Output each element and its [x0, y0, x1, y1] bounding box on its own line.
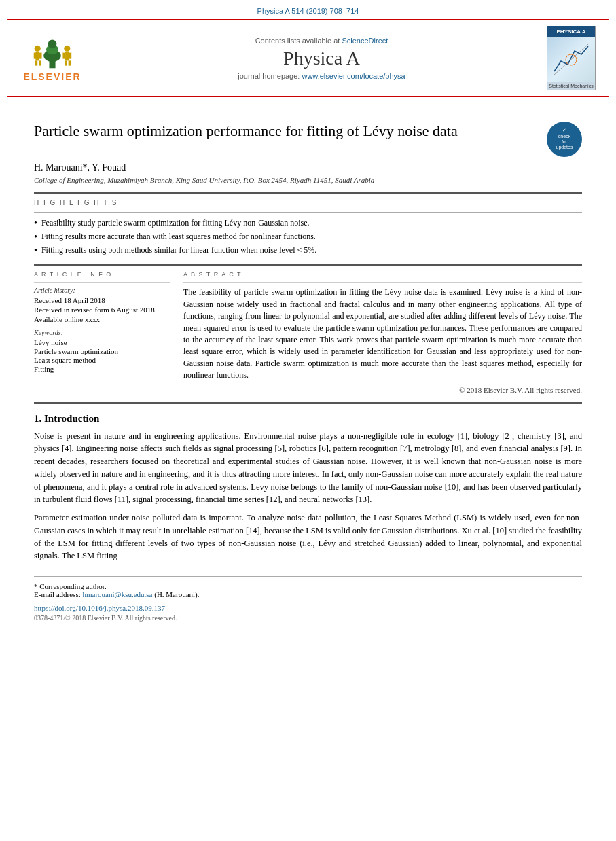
affiliation: College of Engineering, Muzahimiyah Bran… — [34, 176, 582, 184]
top-bar: Physica A 514 (2019) 708–714 — [0, 0, 616, 19]
revised-date: Received in revised form 6 August 2018 — [34, 306, 170, 314]
doi-line: https://doi.org/10.1016/j.physa.2018.09.… — [34, 604, 582, 612]
intro-paragraph-1: Noise is present in nature and in engine… — [34, 430, 582, 507]
introduction-section: 1. Introduction Noise is present in natu… — [34, 413, 582, 563]
homepage-link[interactable]: www.elsevier.com/locate/physa — [302, 72, 405, 80]
keywords-section: Keywords: Lévy noise Particle swarm opti… — [34, 329, 170, 373]
svg-point-10 — [64, 45, 70, 51]
highlight-item-3: • Fitting results using both methods sim… — [34, 245, 582, 257]
footnote-email-link[interactable]: hmarouani@ksu.edu.sa — [82, 590, 152, 598]
page-wrapper: Physica A 514 (2019) 708–714 — [0, 0, 616, 841]
svg-rect-11 — [65, 51, 69, 60]
highlights-heading: H I G H L I G H T S — [34, 199, 582, 207]
keyword-3: Least square method — [34, 356, 170, 364]
highlights-section: H I G H L I G H T S • Feasibility study … — [34, 199, 582, 256]
highlight-bullet-2: • — [34, 232, 37, 243]
check-badge-text: ✓checkforupdates — [556, 128, 573, 151]
received-date: Received 18 April 2018 — [34, 296, 170, 304]
elsevier-tree-icon — [25, 36, 79, 70]
highlight-text-2: Fitting results more accurate than with … — [41, 232, 316, 242]
svg-rect-7 — [39, 52, 42, 58]
footnote-email-label: E-mail address: — [34, 590, 81, 598]
svg-rect-8 — [35, 60, 38, 65]
keyword-2: Particle swarm optimization — [34, 347, 170, 355]
svg-line-16 — [554, 44, 588, 75]
highlight-bullet-1: • — [34, 218, 37, 230]
divider-after-affiliation — [34, 192, 582, 194]
svg-rect-6 — [34, 52, 37, 58]
elsevier-brand-text: ELSEVIER — [23, 71, 81, 82]
keywords-label: Keywords: — [34, 329, 170, 336]
divider-after-abstract — [34, 402, 582, 404]
abstract-copyright: © 2018 Elsevier B.V. All rights reserved… — [183, 386, 582, 394]
doi-link[interactable]: https://doi.org/10.1016/j.physa.2018.09.… — [34, 604, 165, 612]
highlight-item-2: • Fitting results more accurate than wit… — [34, 232, 582, 243]
journal-center: Contents lists available at ScienceDirec… — [96, 37, 547, 80]
keyword-4: Fitting — [34, 365, 170, 373]
svg-rect-9 — [39, 60, 41, 65]
article-info-heading: A R T I C L E I N F O — [34, 271, 170, 278]
svg-rect-15 — [69, 60, 71, 65]
elsevier-logo: ELSEVIER — [15, 35, 96, 82]
highlights-divider — [34, 212, 582, 213]
check-badge: ✓checkforupdates — [547, 122, 582, 157]
main-content: Particle swarm optimization performance … — [0, 97, 616, 635]
article-title: Particle swarm optimization performance … — [34, 122, 540, 141]
abstract-heading: A B S T R A C T — [183, 271, 582, 278]
journal-title-header: Physica A — [96, 48, 547, 69]
sciencedirect-link[interactable]: ScienceDirect — [342, 37, 388, 45]
journal-cover-image: PHYSICA A Statistical Mechanics — [547, 26, 596, 90]
journal-homepage: journal homepage: www.elsevier.com/locat… — [96, 72, 547, 80]
article-title-section: Particle swarm optimization performance … — [34, 122, 582, 157]
highlight-text-3: Fitting results using both methods simil… — [41, 245, 316, 255]
introduction-title: 1. Introduction — [34, 413, 582, 425]
cover-graphic-icon — [551, 41, 592, 78]
intro-paragraph-2: Parameter estimation under noise-pollute… — [34, 512, 582, 562]
divider-after-highlights — [34, 264, 582, 266]
footnote-star-line: * Corresponding author. — [34, 582, 582, 590]
highlight-item-1: • Feasibility study particle swarm optim… — [34, 218, 582, 230]
svg-point-3 — [48, 39, 57, 48]
article-info-col: A R T I C L E I N F O Article history: R… — [34, 271, 170, 393]
abstract-divider — [183, 282, 582, 283]
copyright-line: 0378-4371/© 2018 Elsevier B.V. All right… — [34, 614, 582, 622]
svg-point-4 — [35, 45, 41, 51]
check-badge-inner: ✓checkforupdates — [547, 122, 582, 157]
available-date: Available online xxxx — [34, 315, 170, 323]
article-info-abstract-row: A R T I C L E I N F O Article history: R… — [34, 271, 582, 393]
abstract-text: The feasibility of particle swarm optimi… — [183, 287, 582, 381]
elsevier-logo-img: ELSEVIER — [15, 35, 90, 82]
footnote-star: * Corresponding author. — [34, 582, 107, 590]
footnote-email-line: E-mail address: hmarouani@ksu.edu.sa (H.… — [34, 590, 582, 598]
highlight-text-1: Feasibility study particle swarm optimiz… — [41, 218, 310, 228]
svg-rect-12 — [62, 52, 65, 58]
sciencedirect-line: Contents lists available at ScienceDirec… — [96, 37, 547, 45]
article-history-label: Article history: — [34, 287, 170, 294]
svg-rect-14 — [65, 60, 67, 65]
svg-rect-13 — [69, 52, 72, 58]
footnote-area: * Corresponding author. E-mail address: … — [34, 576, 582, 622]
journal-ref-link[interactable]: Physica A 514 (2019) 708–714 — [257, 7, 359, 15]
info-col-divider — [34, 282, 170, 283]
keyword-1: Lévy noise — [34, 338, 170, 346]
authors: H. Marouani*, Y. Fouad — [34, 162, 582, 173]
journal-cover: PHYSICA A Statistical Mechanics — [547, 26, 601, 90]
highlight-bullet-3: • — [34, 245, 37, 257]
journal-header: ELSEVIER Contents lists available at Sci… — [7, 19, 609, 97]
footnote-email-author: (H. Marouani). — [154, 590, 199, 598]
abstract-col: A B S T R A C T The feasibility of parti… — [183, 271, 582, 393]
